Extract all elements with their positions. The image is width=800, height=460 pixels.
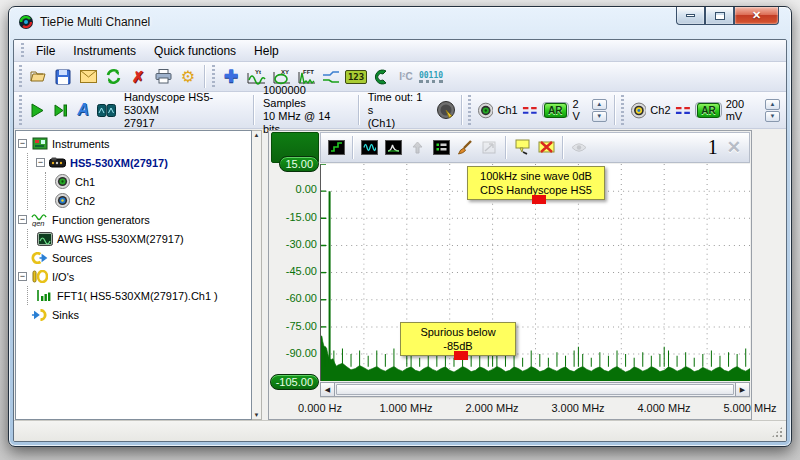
measure-mode-button[interactable] — [95, 98, 118, 122]
main-toolbar: ✗ ⚙ ✚ Yt — [14, 62, 786, 92]
i2c-button[interactable]: I²C — [394, 65, 418, 89]
paintbrush-icon — [457, 140, 473, 155]
menu-help[interactable]: Help — [245, 41, 288, 61]
gear-icon: ⚙ — [181, 67, 195, 86]
menubar: File Instruments Quick functions Help — [14, 40, 786, 62]
tree-item-ios[interactable]: − I/O's — [18, 267, 251, 286]
interpolation-button[interactable] — [325, 137, 347, 158]
annotation-handle[interactable] — [454, 351, 468, 360]
y-axis-limit-badge[interactable]: -105.00 — [270, 374, 319, 390]
ch2-bnc-icon — [54, 193, 71, 208]
awg-icon — [36, 231, 53, 246]
ch2-autorange-button[interactable]: AR — [697, 103, 719, 118]
tree-item-hs5-device[interactable]: − HS5-530XM(27917) — [36, 153, 251, 172]
i2c-icon: I²C — [399, 71, 412, 82]
tree-item-sinks[interactable]: Sinks — [18, 305, 251, 324]
ch1-range-down-button[interactable]: ▼ — [592, 111, 607, 122]
resize-grip[interactable] — [771, 426, 783, 438]
settings-button[interactable]: ⚙ — [176, 65, 200, 89]
maximize-button[interactable] — [705, 7, 734, 25]
envelope-display-button[interactable] — [382, 137, 404, 158]
binary-stream-button[interactable]: 00110 — [419, 65, 443, 89]
sine-display-button[interactable] — [358, 137, 380, 158]
toolbar-grip[interactable] — [621, 95, 624, 125]
collapse-icon[interactable]: − — [18, 272, 27, 281]
annotation-spurious[interactable]: Spurious below -85dB — [400, 322, 516, 356]
toolbar-grip[interactable] — [212, 65, 215, 88]
toolbar-separator — [204, 65, 205, 88]
toolbar-grip[interactable] — [468, 95, 471, 125]
delete-annotations-button[interactable] — [535, 137, 557, 158]
add-graph-button[interactable]: ✚ — [219, 65, 243, 89]
tree-item-awg[interactable]: AWG HS5-530XM(27917) — [36, 229, 251, 248]
collapse-icon[interactable]: − — [36, 158, 45, 167]
plus-icon: ✚ — [224, 66, 238, 87]
scroll-left-button[interactable]: ◀ — [320, 382, 335, 397]
minimize-icon — [686, 14, 695, 17]
tree-item-sources[interactable]: Sources — [18, 248, 251, 267]
add-annotation-button[interactable] — [511, 137, 533, 158]
tree-item-ch1[interactable]: Ch1 — [54, 172, 251, 191]
toolbar-grip[interactable] — [19, 95, 22, 125]
tree-item-fft1[interactable]: FFT1( HS5-530XM(27917).Ch1 ) — [36, 286, 251, 305]
x-axis-labels: 0.000 Hz1.000 MHz2.000 MHz3.000 MHz4.000… — [320, 397, 750, 418]
zoom-out-button[interactable] — [478, 137, 500, 158]
delete-button[interactable]: ✗ — [126, 65, 150, 89]
ch1-label: Ch1 — [497, 104, 517, 116]
ch1-autorange-button[interactable]: AR — [544, 103, 566, 118]
tree-item-instruments[interactable]: − Instruments — [18, 134, 251, 153]
autosetup-button[interactable]: A — [71, 98, 94, 122]
toolbar-separator — [352, 136, 353, 159]
close-icon: ✕ — [752, 9, 761, 22]
menu-file[interactable]: File — [27, 41, 64, 61]
x-axis-tick-label: 3.000 MHz — [551, 402, 604, 414]
ch1-coupling-icon[interactable] — [522, 104, 538, 116]
save-floppy-icon — [55, 69, 71, 85]
collapse-icon[interactable]: − — [18, 215, 27, 224]
ch2-range-up-button[interactable]: ▲ — [765, 99, 780, 110]
y-axis-labels: 15.000.00-15.00-30.00-45.00-60.00-75.00-… — [270, 164, 320, 382]
y-axis-limit-badge[interactable]: 15.00 — [279, 156, 319, 172]
device-name: Handyscope HS5-530XM — [124, 91, 244, 117]
print-button[interactable] — [151, 65, 175, 89]
tree-item-ch2[interactable]: Ch2 — [54, 191, 251, 210]
yt-graph-icon: Yt — [247, 68, 266, 85]
fft-plot-area[interactable]: 100kHz sine wave 0dB CDS Handyscope HS5 … — [320, 164, 750, 381]
start-button[interactable] — [25, 98, 48, 122]
visibility-button[interactable] — [568, 137, 590, 158]
refresh-button[interactable] — [101, 65, 125, 89]
toolbar-grip[interactable] — [21, 43, 24, 58]
tree-item-label: Sources — [52, 252, 92, 264]
annotation-sine-wave[interactable]: 100kHz sine wave 0dB CDS Handyscope HS5 — [467, 166, 605, 200]
timeout-info: Time out: 1 s (Ch1) — [362, 91, 435, 130]
mail-button[interactable] — [76, 65, 100, 89]
open-button[interactable] — [26, 65, 50, 89]
one-shot-button[interactable] — [48, 98, 71, 122]
titlebar[interactable]: TiePie Multi Channel — [9, 7, 791, 36]
scroll-right-button[interactable]: ▶ — [735, 382, 750, 397]
ch2-coupling-icon[interactable] — [675, 104, 692, 116]
current-clamp-button[interactable] — [369, 65, 393, 89]
menu-instruments[interactable]: Instruments — [64, 41, 145, 61]
ch1-range-up-button[interactable]: ▲ — [592, 99, 607, 110]
menu-quick-functions[interactable]: Quick functions — [145, 41, 245, 61]
tree-item-function-generators[interactable]: − gen Function generators — [18, 210, 251, 229]
scrollbar-thumb[interactable] — [336, 384, 734, 395]
save-button[interactable] — [51, 65, 75, 89]
values-display-button[interactable] — [430, 137, 452, 158]
ch2-range-down-button[interactable]: ▼ — [765, 111, 780, 122]
toolbar-grip[interactable] — [19, 65, 22, 88]
collapse-icon[interactable]: − — [18, 139, 27, 148]
xy-graph-icon: XY — [272, 68, 291, 85]
paint-settings-button[interactable] — [454, 137, 476, 158]
scrollbar-track[interactable] — [335, 382, 735, 397]
tree-vertical-scrollbar[interactable]: ▲ ▼ — [252, 130, 262, 420]
close-button[interactable]: ✕ — [734, 7, 779, 25]
minimize-button[interactable] — [676, 7, 705, 25]
main-area: − Instruments − — [14, 129, 786, 420]
annotation-handle[interactable] — [532, 195, 546, 204]
close-graph-button[interactable]: ✕ — [723, 137, 745, 158]
play-icon — [30, 103, 44, 118]
trigger-knob-button[interactable] — [435, 98, 458, 122]
autoscale-button[interactable] — [406, 137, 428, 158]
